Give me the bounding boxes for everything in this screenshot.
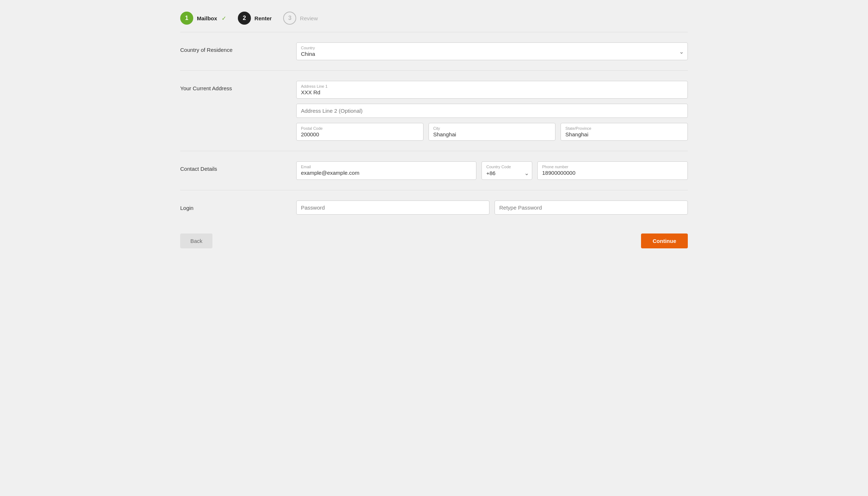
country-label: Country: [297, 43, 687, 50]
contact-details-fields: Email Country Code +86 +1 +44 +81 ⌄: [296, 161, 688, 180]
current-address-section: Your Current Address Address Line 1 Post…: [180, 71, 688, 151]
address1-wrapper: Address Line 1: [296, 81, 688, 99]
country-select[interactable]: China United States United Kingdom Japan: [297, 50, 687, 60]
country-code-inner: +86 +1 +44 +81 ⌄: [482, 169, 532, 179]
country-code-wrapper: Country Code +86 +1 +44 +81 ⌄: [481, 161, 532, 180]
retype-password-wrapper: [495, 201, 688, 215]
address1-label: Address Line 1: [297, 81, 687, 88]
step-1-circle: 1: [180, 12, 193, 25]
postal-label: Postal Code: [297, 123, 423, 131]
country-code-chevron-icon: ⌄: [524, 170, 529, 177]
step-1-label: Mailbox: [197, 15, 217, 21]
contact-details-label: Contact Details: [180, 161, 296, 172]
email-input[interactable]: [297, 169, 476, 179]
address2-wrapper: [296, 104, 688, 118]
login-section: Login: [180, 190, 688, 225]
postal-input[interactable]: [297, 131, 423, 140]
country-of-residence-fields: Country China United States United Kingd…: [296, 42, 688, 60]
postal-wrapper: Postal Code: [296, 123, 423, 141]
step-2: 2 Renter: [238, 12, 272, 25]
state-input[interactable]: [561, 131, 687, 140]
login-row: [296, 201, 688, 215]
contact-details-section: Contact Details Email Country Code +86 +…: [180, 151, 688, 190]
country-field-wrapper: Country China United States United Kingd…: [296, 42, 688, 60]
phone-wrapper: Phone number: [537, 161, 688, 180]
login-label: Login: [180, 201, 296, 211]
current-address-fields: Address Line 1 Postal Code City State/Pr…: [296, 81, 688, 141]
address1-input[interactable]: [297, 88, 687, 98]
bottom-bar: Back Continue: [180, 225, 688, 248]
step-2-number: 2: [243, 15, 246, 21]
retype-password-input[interactable]: [495, 201, 687, 214]
continue-button[interactable]: Continue: [641, 233, 688, 248]
step-3-circle: 3: [283, 12, 296, 25]
back-button[interactable]: Back: [180, 233, 212, 248]
contact-row: Email Country Code +86 +1 +44 +81 ⌄: [296, 161, 688, 180]
stepper: 1 Mailbox ✓ 2 Renter 3 Review: [180, 9, 688, 32]
country-of-residence-label: Country of Residence: [180, 42, 296, 53]
step-1-number: 1: [185, 15, 189, 21]
email-label: Email: [297, 162, 476, 169]
country-code-label: Country Code: [482, 162, 532, 169]
step-1: 1 Mailbox ✓: [180, 12, 226, 25]
step-2-label: Renter: [255, 15, 272, 21]
step-3-label: Review: [300, 15, 318, 21]
state-wrapper: State/Province: [561, 123, 688, 141]
login-fields: [296, 201, 688, 215]
page-container: 1 Mailbox ✓ 2 Renter 3 Review Country of…: [173, 0, 695, 256]
country-code-select[interactable]: +86 +1 +44 +81: [486, 170, 524, 176]
address2-input[interactable]: [297, 104, 687, 117]
city-input[interactable]: [429, 131, 555, 140]
state-label: State/Province: [561, 123, 687, 131]
password-wrapper: [296, 201, 489, 215]
password-input[interactable]: [297, 201, 489, 214]
city-wrapper: City: [429, 123, 556, 141]
current-address-label: Your Current Address: [180, 81, 296, 91]
step-3: 3 Review: [283, 12, 318, 25]
postal-city-state-row: Postal Code City State/Province: [296, 123, 688, 141]
step-3-number: 3: [288, 15, 292, 21]
country-of-residence-section: Country of Residence Country China Unite…: [180, 32, 688, 71]
phone-label: Phone number: [538, 162, 687, 169]
phone-input[interactable]: [538, 169, 687, 179]
email-wrapper: Email: [296, 161, 476, 180]
city-label: City: [429, 123, 555, 131]
step-1-check: ✓: [222, 15, 226, 22]
step-2-circle: 2: [238, 12, 251, 25]
